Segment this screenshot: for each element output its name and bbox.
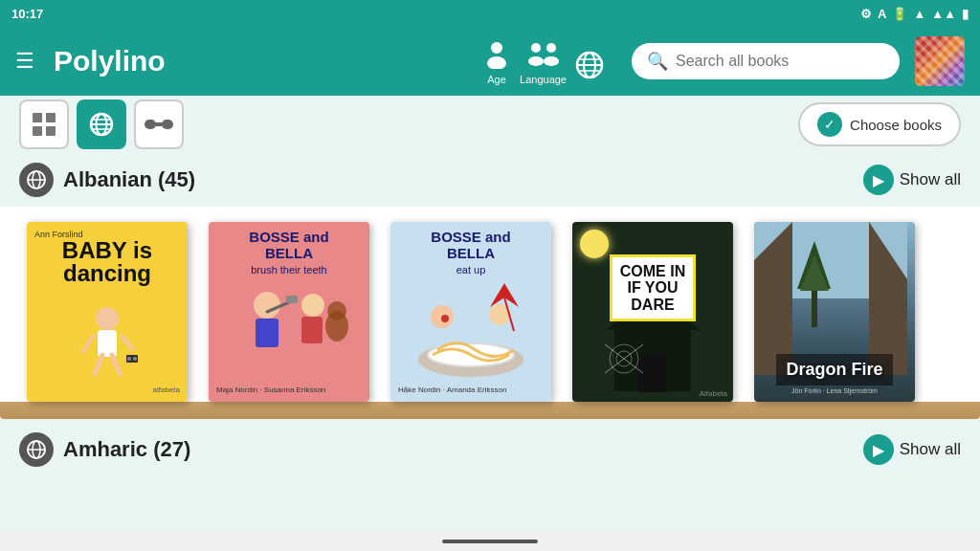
albanian-show-all-arrow: ▶ <box>863 165 894 195</box>
book3-authors: Håke Nordin · Amanda Eriksson <box>398 386 506 394</box>
book-shelf: Ann Forslind BABY isdancing <box>0 207 980 419</box>
book1-publisher: alfabeta <box>153 386 180 394</box>
globe-nav-button[interactable] <box>574 50 605 85</box>
svg-point-4 <box>546 43 556 53</box>
svg-point-48 <box>441 315 449 322</box>
book-baby-dancing[interactable]: Ann Forslind BABY isdancing <box>19 222 201 402</box>
book5-cliff-svg <box>754 222 907 375</box>
svg-marker-49 <box>490 283 519 307</box>
filter-row: ✓ Choose books <box>0 96 980 153</box>
svg-point-26 <box>96 307 119 330</box>
home-bar <box>0 532 980 551</box>
choose-books-label: Choose books <box>850 117 942 133</box>
settings-icon: ⚙ <box>860 7 872 21</box>
book5-subtitle: Jön Forlin · Lena Stjernström <box>791 387 878 394</box>
app-title: Polylino <box>54 45 166 77</box>
svg-rect-11 <box>33 113 42 122</box>
amharic-title: Amharic (27) <box>63 437 854 462</box>
book-bosse-bella-teeth[interactable]: BOSSE andBELLAbrush their teeth <box>201 222 383 402</box>
albanian-show-all-label: Show all <box>900 170 961 189</box>
svg-rect-27 <box>98 330 117 357</box>
search-bar[interactable]: 🔍 <box>632 43 900 79</box>
book-cover-2: BOSSE andBELLAbrush their teeth <box>209 222 369 402</box>
svg-point-5 <box>544 56 559 66</box>
status-bar: 10:17 ⚙ A 🔋 ▲ ▲▲ ▮ <box>0 0 980 27</box>
albanian-section-header: Albanian (45) ▶ Show all <box>0 153 980 207</box>
albanian-title: Albanian (45) <box>63 167 854 192</box>
book-bosse-bella-eat[interactable]: BOSSE andBELLAeat up <box>383 222 565 402</box>
book-cover-5: Dragon Fire Jön Forlin · Lena Stjernströ… <box>754 222 915 402</box>
time-display: 10:17 <box>11 7 43 21</box>
svg-point-2 <box>531 43 541 53</box>
book-dragon-fire[interactable]: Dragon Fire Jön Forlin · Lena Stjernströ… <box>746 222 928 402</box>
svg-point-3 <box>528 56 544 66</box>
check-icon: ✓ <box>817 112 842 137</box>
age-filter-button[interactable]: Age <box>481 38 512 85</box>
choose-books-button[interactable]: ✓ Choose books <box>798 102 961 146</box>
svg-rect-39 <box>286 296 298 303</box>
svg-point-0 <box>491 42 502 54</box>
nav-filter-icons: Age Language <box>481 38 605 85</box>
amharic-show-all-button[interactable]: ▶ Show all <box>863 434 961 465</box>
globe-filter-button[interactable] <box>77 99 126 149</box>
albanian-globe-icon <box>19 163 54 197</box>
svg-line-29 <box>122 336 133 349</box>
top-navbar: ☰ Polylino Age Language <box>0 27 980 96</box>
book4-title-box: COME INIF YOUDARE <box>610 254 696 322</box>
avatar-button[interactable] <box>915 36 965 86</box>
battery-full-icon: ▮ <box>962 7 969 21</box>
language-filter-button[interactable]: Language <box>520 38 567 85</box>
grid-view-button[interactable] <box>19 99 69 149</box>
svg-point-43 <box>327 301 346 320</box>
svg-rect-12 <box>46 113 56 122</box>
svg-rect-13 <box>33 126 42 136</box>
people-icon <box>526 38 561 74</box>
language-label: Language <box>520 74 567 85</box>
svg-line-31 <box>112 355 120 374</box>
amharic-show-all-arrow: ▶ <box>863 434 894 465</box>
wifi-icon: ▲ <box>913 7 925 21</box>
book2-author: Maja Nordin · Susanna Eriksson <box>216 386 325 394</box>
svg-point-40 <box>301 294 324 317</box>
age-label: Age <box>487 74 506 85</box>
svg-rect-22 <box>153 122 165 126</box>
amharic-show-all-label: Show all <box>900 440 961 459</box>
book4-publisher: Alfabeta <box>700 389 727 398</box>
amharic-globe-icon <box>19 432 54 467</box>
book3-title: BOSSE andBELLAeat up <box>431 230 510 277</box>
search-icon: 🔍 <box>647 51 668 72</box>
sim-icon: A <box>878 7 886 21</box>
book4-title: COME INIF YOUDARE <box>620 263 685 314</box>
svg-line-30 <box>95 355 102 374</box>
avatar-pattern <box>915 36 965 86</box>
svg-rect-41 <box>301 317 323 343</box>
home-indicator <box>442 540 538 543</box>
svg-rect-36 <box>256 319 278 347</box>
svg-point-1 <box>487 56 506 69</box>
book-cover-3: BOSSE andBELLAeat up <box>390 222 551 402</box>
baby-figure-svg <box>74 299 141 386</box>
search-input[interactable] <box>676 53 867 70</box>
book5-title: Dragon Fire <box>786 360 882 380</box>
amharic-section-header: Amharic (27) ▶ Show all <box>0 423 980 476</box>
view-filter-buttons <box>19 99 184 149</box>
status-icons: ⚙ A 🔋 ▲ ▲▲ ▮ <box>860 7 969 21</box>
book1-title: BABY isdancing <box>62 239 152 285</box>
menu-button[interactable]: ☰ <box>15 49 34 74</box>
signal-icon: ▲▲ <box>931 7 956 21</box>
albanian-show-all-button[interactable]: ▶ Show all <box>863 165 961 195</box>
book2-title: BOSSE andBELLAbrush their teeth <box>249 230 328 277</box>
book-come-in-dare[interactable]: COME INIF YOUDARE Alfabeta <box>565 222 746 402</box>
svg-point-33 <box>127 357 131 361</box>
battery-icon: 🔋 <box>892 7 907 21</box>
books-row: Ann Forslind BABY isdancing <box>0 207 980 402</box>
svg-rect-14 <box>46 126 56 136</box>
svg-point-34 <box>133 357 137 361</box>
link-filter-button[interactable] <box>134 99 184 149</box>
book-cover-4: COME INIF YOUDARE Alfabeta <box>572 222 733 402</box>
svg-line-28 <box>83 336 93 352</box>
shelf-base <box>0 402 980 419</box>
age-icon <box>481 38 512 74</box>
book-cover-1: Ann Forslind BABY isdancing <box>27 222 188 402</box>
book5-title-box: Dragon Fire <box>776 354 892 386</box>
